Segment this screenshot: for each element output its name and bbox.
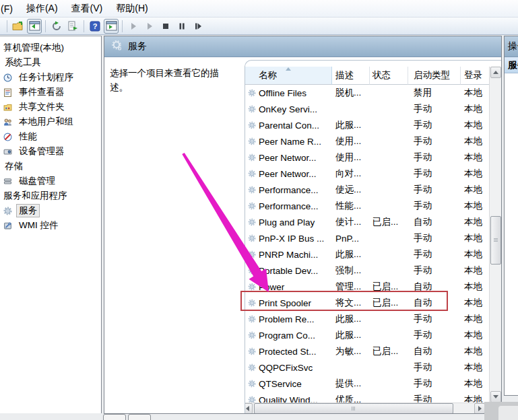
menu-item-view[interactable]: 查看(V) xyxy=(65,1,110,17)
menu-item-file[interactable]: (F) xyxy=(0,1,20,16)
tab-standard[interactable] xyxy=(128,414,151,420)
scroll-left-icon[interactable] xyxy=(245,403,253,414)
service-gear-icon xyxy=(245,250,259,258)
service-row[interactable]: Peer Networ... 向对... 手动 本地 xyxy=(245,166,489,182)
service-gear-icon xyxy=(245,218,259,226)
tree-item[interactable]: 任务计划程序 xyxy=(0,70,101,85)
service-row[interactable]: PnP-X IP Bus ... PnP... 手动 本地 xyxy=(245,230,489,246)
service-gear-icon xyxy=(245,363,259,372)
folder-icon[interactable] xyxy=(11,19,26,34)
tree-item[interactable]: WMI 控件 xyxy=(0,218,101,233)
service-row[interactable]: OnKey Servi... 手动 本地 xyxy=(245,101,489,117)
tree-item[interactable]: 性能 xyxy=(0,129,101,144)
service-name: Problem Re... xyxy=(259,314,332,324)
tree-item-label: WMI 控件 xyxy=(16,219,61,232)
service-logon-as: 本地 xyxy=(461,265,489,277)
service-status: 已启... xyxy=(370,345,408,357)
toolbar-separator xyxy=(45,20,46,32)
service-row[interactable]: Peer Networ... 使用... 手动 本地 xyxy=(245,149,489,166)
tree-item[interactable]: 设备管理器 xyxy=(0,144,101,159)
service-row[interactable]: Power 管理... 已启... 自动 本地 xyxy=(245,279,489,295)
service-logon-as: 本地 xyxy=(461,87,489,99)
actions-panel-services-group[interactable]: 服务 xyxy=(505,57,518,73)
service-description: 使用... xyxy=(332,151,370,164)
start-service-icon[interactable] xyxy=(126,19,141,34)
service-row[interactable]: Portable Dev... 强制... 手动 本地 xyxy=(245,262,489,279)
tree-item[interactable]: 共享文件夹 xyxy=(0,100,101,114)
show-action-pane-icon[interactable] xyxy=(104,19,119,34)
menu-item-action[interactable]: 操作(A) xyxy=(20,1,65,17)
service-row[interactable]: Print Spooler 将文... 已启... 自动 本地 xyxy=(245,295,489,311)
service-name: Peer Networ... xyxy=(259,153,332,163)
service-row[interactable]: Parental Con... 此服... 手动 本地 xyxy=(245,117,489,133)
resume-service-icon[interactable] xyxy=(142,19,157,34)
service-row[interactable]: Performance... 性能... 手动 本地 xyxy=(245,198,489,214)
scroll-up-icon[interactable] xyxy=(490,67,501,78)
menu-item-help[interactable]: 帮助(H) xyxy=(109,1,154,17)
services-panel: 服务 选择一个项目来查看它的描述。 名称 描述 状态 启动类型 登录 xyxy=(104,36,502,414)
column-header-logon[interactable]: 登录 xyxy=(461,67,489,85)
show-console-tree-icon[interactable] xyxy=(27,19,42,34)
column-header-description[interactable]: 描述 xyxy=(332,67,370,85)
service-row[interactable]: Problem Re... 此服... 手动 本地 xyxy=(245,311,489,327)
stop-service-icon[interactable] xyxy=(158,19,173,34)
service-gear-icon xyxy=(245,170,259,178)
service-logon-as: 本地 xyxy=(461,103,489,115)
service-row[interactable]: Plug and Play 使计... 已启... 自动 本地 xyxy=(245,214,489,230)
scroll-down-icon[interactable] xyxy=(490,391,501,403)
tab-extended[interactable] xyxy=(103,414,126,420)
restart-service-icon[interactable] xyxy=(191,19,205,34)
tree-item[interactable]: 磁盘管理 xyxy=(0,174,101,188)
services-list: 名称 描述 状态 启动类型 登录 Of xyxy=(245,60,501,414)
tree-item[interactable]: 系统工具 xyxy=(0,55,101,70)
export-list-icon[interactable] xyxy=(65,19,80,34)
performance-icon xyxy=(3,133,13,141)
service-startup-type: 手动 xyxy=(408,265,461,277)
tree-item[interactable]: 服务和应用程序 xyxy=(0,188,101,203)
service-gear-icon xyxy=(245,283,259,291)
column-header-startup-type[interactable]: 启动类型 xyxy=(408,67,461,85)
service-row[interactable]: Offline Files 脱机... 禁用 本地 xyxy=(245,85,489,101)
service-row[interactable]: PNRP Machi... 此服... 手动 本地 xyxy=(245,246,489,262)
wmi-icon xyxy=(3,221,13,230)
tree-item[interactable]: 存储 xyxy=(0,159,101,174)
disk-icon xyxy=(3,177,13,186)
tree-item[interactable]: 本地用户和组 xyxy=(0,114,101,129)
pause-service-icon[interactable] xyxy=(174,19,189,34)
tree-item[interactable]: 服务 xyxy=(0,203,101,218)
refresh-icon[interactable] xyxy=(49,19,64,34)
event-viewer-icon xyxy=(3,88,13,97)
service-row[interactable]: Program Co... 此服... 手动 本地 xyxy=(245,327,489,343)
column-header-status[interactable]: 状态 xyxy=(370,67,408,85)
service-gear-icon xyxy=(245,121,259,129)
service-row[interactable]: QQPCFixSvc 手动 本地 xyxy=(245,359,489,376)
service-description: PnP... xyxy=(332,234,370,244)
vertical-scrollbar-thumb[interactable] xyxy=(490,216,501,265)
service-startup-type: 手动 xyxy=(408,378,461,390)
tree-item-label: 服务 xyxy=(16,204,40,217)
column-header-name[interactable]: 名称 xyxy=(245,67,332,85)
horizontal-scrollbar-thumb[interactable] xyxy=(254,403,453,414)
list-header-row: 名称 描述 状态 启动类型 登录 xyxy=(245,67,489,85)
service-gear-icon xyxy=(245,153,259,162)
help-icon[interactable]: ? xyxy=(88,19,102,34)
horizontal-scrollbar[interactable] xyxy=(245,403,485,414)
service-logon-as: 本地 xyxy=(461,119,489,131)
service-row[interactable]: Peer Name R... 使用... 手动 本地 xyxy=(245,133,489,149)
service-name: Protected St... xyxy=(259,347,332,357)
scroll-right-icon[interactable] xyxy=(474,403,485,414)
tree-item[interactable]: 事件查看器 xyxy=(0,85,101,100)
service-row[interactable]: Protected St... 为敏... 已启... 自动 本地 xyxy=(245,343,489,359)
actions-panel: 操作 服务 xyxy=(504,36,518,396)
sort-ascending-icon xyxy=(286,67,291,71)
service-status: 已启... xyxy=(370,281,408,293)
tree-item[interactable]: 算机管理(本地) xyxy=(0,40,101,55)
service-row[interactable]: QTService 提供... 手动 本地 xyxy=(245,376,489,392)
service-gear-icon xyxy=(245,234,259,242)
service-description: 脱机... xyxy=(332,87,370,99)
service-description: 此服... xyxy=(332,248,370,260)
service-name: Program Co... xyxy=(259,330,332,341)
vertical-scrollbar[interactable] xyxy=(489,67,501,403)
service-row[interactable]: Performance... 使远... 手动 本地 xyxy=(245,182,489,198)
tree: 算机管理(本地) 系统工具 任务计划程序 事件查看器 共享文件夹 本地用户和组 … xyxy=(0,40,101,233)
